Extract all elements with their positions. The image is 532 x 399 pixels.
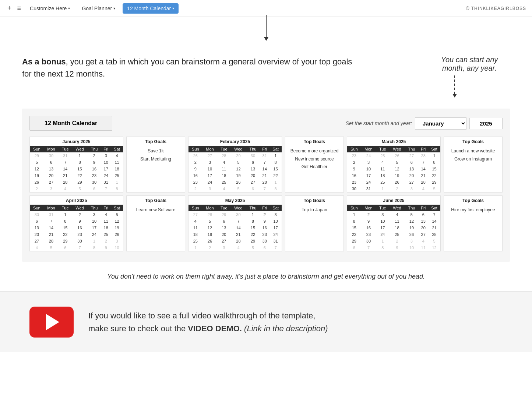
table-row: 2345678 [30, 186, 123, 192]
intro-section: As a bonus, you get a tab in which you c… [22, 56, 510, 98]
play-icon [46, 314, 59, 330]
table-row: 2345678 [189, 186, 282, 192]
table-row: 45678910 [30, 244, 123, 251]
february-goals-list: Become more organizedNew income sourceGe… [285, 146, 343, 173]
side-note: You can start any month, any year. [429, 56, 510, 73]
table-row: 293012345 [347, 238, 440, 244]
june-calendar: June 2025 SunMonTueWedThuFriSat 1234567 … [347, 195, 441, 251]
may-goals-list: Trip to Japan [285, 205, 343, 216]
table-row: 22232425262728 [347, 231, 440, 238]
table-row: 2324252627281 [347, 152, 440, 159]
january-goals-header: Top Goals [127, 137, 185, 146]
table-row: 16171819202122 [347, 172, 440, 179]
goal-planner-caret-icon: ▾ [113, 6, 115, 10]
table-row: 13141516171819 [30, 225, 123, 231]
add-icon[interactable]: + [6, 3, 13, 14]
table-row: 18192021222324 [189, 231, 282, 238]
march-goals: Top Goals Launch a new websiteGrow on In… [444, 137, 503, 193]
february-goals-header: Top Goals [285, 137, 343, 146]
june-goals-header: Top Goals [444, 196, 502, 205]
calendar-section: 12 Month Calendar Set the start month an… [22, 109, 510, 262]
month-select[interactable]: January February March April May June Ju… [415, 117, 466, 130]
table-row: 15161718192021 [347, 225, 440, 231]
may-goals: Top Goals Trip to Japan [285, 195, 344, 251]
intro-bold: As a bonus [22, 57, 66, 66]
table-row: 303112345 [30, 211, 123, 218]
footer-section: If you would like to see a full video wa… [0, 292, 532, 352]
top-navigation: + ≡ Customize Here ▾ Goal Planner ▾ 12 M… [0, 0, 532, 17]
tab-arrow-indicator [0, 15, 532, 41]
table-row: 2627282930311 [30, 179, 123, 186]
june-header: June 2025 [347, 196, 440, 205]
bottom-italic-text: You don't need to work on them right awa… [22, 273, 510, 292]
february-goals: Top Goals Become more organizedNew incom… [285, 137, 344, 193]
year-input[interactable] [469, 118, 503, 129]
goal-planner-button[interactable]: Goal Planner ▾ [77, 3, 120, 14]
table-row: 2324252627281 [189, 179, 282, 186]
controls-right: Set the start month and year: January Fe… [345, 117, 503, 130]
january-header: January 2025 [30, 137, 123, 146]
may-goals-header: Top Goals [285, 196, 343, 205]
april-goals-header: Top Goals [127, 196, 185, 205]
youtube-button[interactable] [29, 307, 74, 338]
table-row: 23242526272829 [347, 179, 440, 186]
table-row: 45678910 [189, 218, 282, 225]
april-goals: Top Goals Learn new Software [126, 195, 185, 251]
table-row: 303112345 [347, 186, 440, 192]
main-content: As a bonus, you get a tab in which you c… [0, 45, 532, 292]
february-header: February 2025 [189, 137, 282, 146]
menu-icon[interactable]: ≡ [16, 3, 23, 14]
table-row: 11121314151617 [189, 225, 282, 231]
table-row: 1234567 [189, 244, 282, 251]
may-calendar: May 2025 SunMonTueWedThuFriSat 272829301… [188, 195, 282, 251]
table-row: 9101112131415 [347, 166, 440, 172]
intro-rest: , you get a tab in which you can brainst… [22, 57, 352, 78]
table-row: 27282930123 [30, 238, 123, 244]
june-goals-list: Hire my first employee [444, 205, 502, 216]
january-calendar: January 2025 SunMonTueWedThuFriSat 29303… [29, 137, 123, 193]
customize-here-button[interactable]: Customize Here ▾ [25, 3, 74, 14]
calendar-row-2: April 2025 SunMonTueWedThuFriSat 3031123… [29, 195, 503, 251]
april-calendar: April 2025 SunMonTueWedThuFriSat 3031123… [29, 195, 123, 251]
table-row: 2627282930311 [189, 152, 282, 159]
table-row: 2345678 [189, 159, 282, 166]
table-row: 1234567 [347, 211, 440, 218]
table-row: 25262728293031 [189, 238, 282, 244]
table-row: 567891011 [30, 159, 123, 166]
footer-text: If you would like to see a full video wa… [88, 309, 328, 335]
january-goals-list: Save 1kStart Meditating [127, 146, 185, 165]
january-goals: Top Goals Save 1kStart Meditating [126, 137, 185, 193]
table-row: 2930311234 [30, 152, 123, 159]
may-header: May 2025 [189, 196, 282, 205]
table-row: 891011121314 [347, 218, 440, 225]
calendar-row-1: January 2025 SunMonTueWedThuFriSat 29303… [29, 137, 503, 193]
april-goals-list: Learn new Software [127, 205, 185, 216]
customize-caret-icon: ▾ [68, 6, 70, 10]
table-row: 27282930123 [189, 211, 282, 218]
video-demo-bold: VIDEO DEMO. [188, 324, 242, 333]
calendar-title: 12 Month Calendar [29, 116, 112, 131]
june-goals: Top Goals Hire my first employee [444, 195, 503, 251]
table-row: 12131415161718 [30, 166, 123, 172]
march-header: March 2025 [347, 137, 440, 146]
table-row: 20212223242526 [30, 231, 123, 238]
march-calendar: March 2025 SunMonTueWedThuFriSat 2324252… [347, 137, 441, 193]
table-row: 19202122232425 [30, 172, 123, 179]
table-row: 6789101112 [30, 218, 123, 225]
footer-italic: (Link in the description) [242, 324, 328, 333]
march-goals-list: Launch a new websiteGrow on Instagram [444, 146, 502, 165]
intro-text: As a bonus, you get a tab in which you c… [22, 56, 355, 80]
table-row: 6789101112 [347, 244, 440, 251]
table-row: 9101112131415 [189, 166, 282, 172]
controls-label: Set the start month and year: [345, 120, 412, 126]
table-row: 2345678 [347, 159, 440, 166]
april-header: April 2025 [30, 196, 123, 205]
copyright-text: © THINKLIKEAGIRLBOSS [466, 6, 526, 11]
calendar-caret-icon: ▾ [172, 6, 174, 10]
february-calendar: February 2025 SunMonTueWedThuFriSat 2627… [188, 137, 282, 193]
table-row: 16171819202122 [189, 172, 282, 179]
march-goals-header: Top Goals [444, 137, 502, 146]
12-month-calendar-button[interactable]: 12 Month Calendar ▾ [123, 3, 179, 14]
calendar-controls: 12 Month Calendar Set the start month an… [29, 116, 503, 131]
